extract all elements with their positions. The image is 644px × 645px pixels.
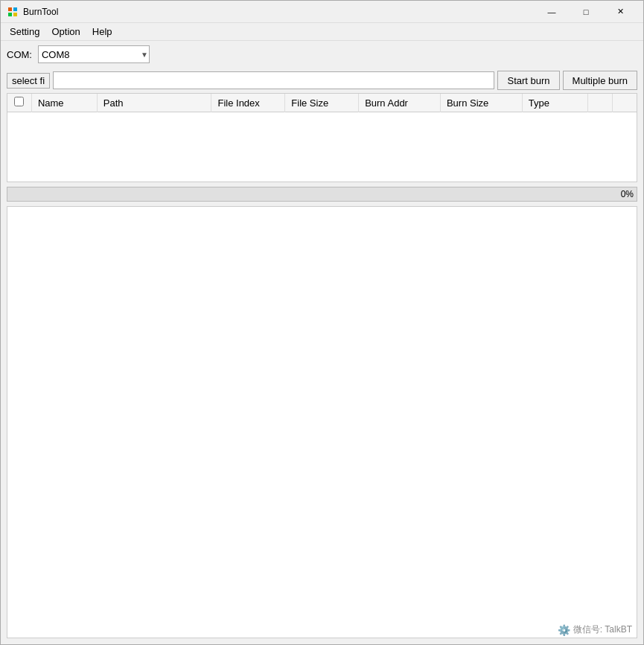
col-header-extra1 [587, 94, 612, 112]
table-header-row: Name Path File Index File Size Burn Addr… [7, 94, 637, 112]
file-row: select fi Start burn Multiple burn [1, 68, 643, 93]
progress-container: 0% [7, 187, 637, 202]
close-button[interactable]: ✕ [603, 1, 637, 23]
col-header-filesize: File Size [285, 94, 359, 112]
col-header-name: Name [31, 94, 97, 112]
multiple-burn-button[interactable]: Multiple burn [563, 71, 637, 90]
menu-setting[interactable]: Setting [4, 25, 45, 39]
svg-rect-3 [13, 13, 17, 16]
watermark-text: 微信号: TalkBT [573, 623, 632, 636]
col-header-path: Path [97, 94, 211, 112]
col-header-fileindex: File Index [211, 94, 285, 112]
com-label: COM: [7, 49, 32, 60]
menu-option[interactable]: Option [45, 25, 86, 39]
svg-rect-1 [13, 7, 17, 11]
app-icon [7, 6, 19, 18]
com-select[interactable]: COM8 COM1 COM2 COM3 COM4 COM5 COM6 COM7 [38, 45, 150, 63]
select-all-checkbox[interactable] [14, 97, 24, 106]
com-toolbar: COM: COM8 COM1 COM2 COM3 COM4 COM5 COM6 … [1, 41, 643, 68]
watermark: ⚙️ 微信号: TalkBT [558, 623, 632, 636]
watermark-icon: ⚙️ [558, 624, 570, 636]
col-header-type: Type [522, 94, 587, 112]
window-title: BurnTool [23, 7, 535, 17]
file-path-input[interactable] [53, 71, 494, 89]
title-bar: BurnTool — □ ✕ [1, 1, 643, 23]
maximize-button[interactable]: □ [569, 1, 603, 23]
main-window: BurnTool — □ ✕ Setting Option Help COM: … [0, 0, 644, 645]
col-checkbox [7, 94, 31, 112]
start-burn-button[interactable]: Start burn [497, 71, 559, 90]
minimize-button[interactable]: — [535, 1, 569, 23]
file-table-container: Name Path File Index File Size Burn Addr… [7, 93, 637, 182]
log-container[interactable] [7, 206, 637, 638]
svg-rect-2 [8, 13, 12, 16]
progress-label: 0% [621, 189, 634, 199]
menu-bar: Setting Option Help [1, 23, 643, 41]
svg-rect-0 [8, 7, 12, 11]
select-file-button[interactable]: select fi [7, 73, 50, 89]
file-table: Name Path File Index File Size Burn Addr… [7, 94, 637, 112]
col-header-burnaddr: Burn Addr [359, 94, 441, 112]
menu-help[interactable]: Help [86, 25, 118, 39]
com-select-wrapper: COM8 COM1 COM2 COM3 COM4 COM5 COM6 COM7 … [38, 45, 150, 63]
col-header-extra2 [612, 94, 637, 112]
col-header-burnsize: Burn Size [440, 94, 522, 112]
window-controls: — □ ✕ [535, 1, 637, 23]
